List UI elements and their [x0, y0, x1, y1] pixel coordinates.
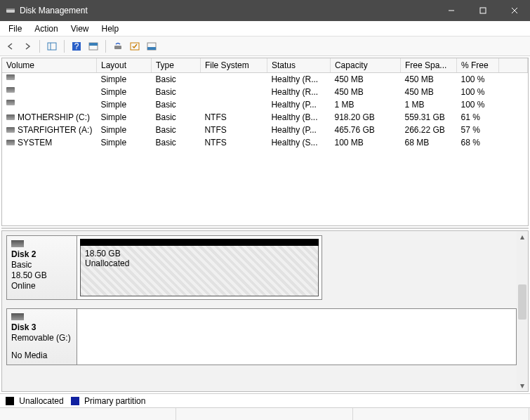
- volume-capacity: 450 MB: [330, 86, 400, 98]
- volume-layout: Simple: [96, 124, 151, 136]
- volume-name: MOTHERSHIP (C:): [18, 112, 90, 122]
- show-hide-tree-button[interactable]: [44, 39, 60, 54]
- table-row[interactable]: SimpleBasicHealthy (R...450 MB450 MB100 …: [2, 86, 528, 98]
- disk-icon: [11, 240, 24, 247]
- volume-layout: Simple: [96, 111, 151, 124]
- volume-free: 1 MB: [400, 98, 456, 111]
- region-cap: [80, 239, 319, 246]
- volume-layout: Simple: [96, 86, 151, 98]
- svg-rect-12: [114, 46, 121, 49]
- volume-free: 450 MB: [400, 86, 456, 98]
- svg-rect-15: [147, 47, 156, 50]
- volume-type: Basic: [151, 136, 200, 149]
- volume-status: Healthy (R...: [267, 73, 330, 86]
- top-view-button[interactable]: [86, 39, 101, 54]
- volume-name: STARFIGHTER (A:): [18, 125, 92, 135]
- table-row[interactable]: MOTHERSHIP (C:)SimpleBasicNTFSHealthy (B…: [2, 111, 528, 124]
- volume-type: Basic: [151, 124, 200, 136]
- volume-status: Healthy (P...: [267, 124, 330, 136]
- volume-type: Basic: [151, 111, 200, 124]
- volume-fs: [200, 98, 267, 111]
- col-filesystem[interactable]: File System: [200, 58, 267, 73]
- table-row[interactable]: STARFIGHTER (A:)SimpleBasicNTFSHealthy (…: [2, 124, 528, 136]
- vertical-scrollbar[interactable]: ▴ ▾: [517, 231, 528, 391]
- volume-layout: Simple: [96, 98, 151, 111]
- col-freespace[interactable]: Free Spa...: [400, 58, 456, 73]
- volume-type: Basic: [151, 98, 200, 111]
- menu-file[interactable]: File: [3, 22, 27, 35]
- volume-layout: Simple: [96, 73, 151, 86]
- back-button[interactable]: [3, 39, 18, 54]
- volume-pctfree: 100 %: [456, 73, 498, 86]
- volume-status: Healthy (R...: [267, 86, 330, 98]
- volume-pctfree: 61 %: [456, 111, 498, 124]
- volume-capacity: 100 MB: [330, 136, 400, 149]
- col-type[interactable]: Type: [151, 58, 200, 73]
- scroll-up-icon[interactable]: ▴: [517, 231, 528, 242]
- disk-label: Disk 3: [11, 322, 72, 332]
- refresh-button[interactable]: [110, 39, 126, 54]
- svg-rect-1: [6, 8, 15, 10]
- app-icon: [6, 6, 15, 15]
- table-row[interactable]: SimpleBasicHealthy (R...450 MB450 MB100 …: [2, 73, 528, 86]
- col-pctfree[interactable]: % Free: [456, 58, 498, 73]
- drive-icon: [6, 127, 15, 133]
- col-volume[interactable]: Volume: [2, 58, 96, 73]
- disk-row[interactable]: Disk 2Basic18.50 GBOnline18.50 GBUnalloc…: [6, 235, 322, 300]
- toolbar-separator: [64, 40, 65, 53]
- disk-body: 18.50 GBUnallocated: [77, 236, 322, 299]
- svg-rect-3: [480, 8, 486, 13]
- forward-button[interactable]: [20, 39, 35, 54]
- disk-row[interactable]: Disk 3Removable (G:)No Media: [6, 308, 517, 365]
- volume-status: Healthy (P...: [267, 98, 330, 111]
- table-row[interactable]: SYSTEMSimpleBasicNTFSHealthy (S...100 MB…: [2, 136, 528, 149]
- volume-capacity: 450 MB: [330, 73, 400, 86]
- help-button[interactable]: ?: [69, 39, 84, 54]
- drive-icon: [6, 87, 15, 93]
- menu-help[interactable]: Help: [96, 22, 125, 35]
- scroll-down-icon[interactable]: ▾: [517, 380, 528, 391]
- toolbar-separator: [105, 40, 106, 53]
- volume-table: Volume Layout Type File System Status Ca…: [2, 58, 528, 149]
- col-status[interactable]: Status: [267, 58, 330, 73]
- status-bar: [0, 407, 530, 420]
- col-layout[interactable]: Layout: [96, 58, 151, 73]
- menu-action[interactable]: Action: [29, 22, 63, 35]
- menu-view[interactable]: View: [65, 22, 95, 35]
- disk-graphical-pane: Disk 2Basic18.50 GBOnline18.50 GBUnalloc…: [1, 230, 529, 392]
- volume-pctfree: 68 %: [456, 136, 498, 149]
- disk-type: Removable (G:): [11, 333, 72, 343]
- close-button[interactable]: [498, 0, 530, 21]
- scroll-track[interactable]: [517, 242, 528, 380]
- legend-bar: Unallocated Primary partition: [0, 393, 530, 407]
- status-cell: [353, 408, 529, 420]
- volume-fs: NTFS: [200, 111, 267, 124]
- toolbar: ?: [0, 37, 530, 56]
- disk-header[interactable]: Disk 2Basic18.50 GBOnline: [7, 236, 77, 299]
- scroll-thumb[interactable]: [518, 284, 526, 320]
- disk-header[interactable]: Disk 3Removable (G:)No Media: [7, 309, 77, 365]
- bottom-view-button[interactable]: [144, 39, 159, 54]
- col-spacer: [498, 58, 527, 73]
- col-capacity[interactable]: Capacity: [330, 58, 400, 73]
- volume-status: Healthy (S...: [267, 136, 330, 149]
- table-row[interactable]: SimpleBasicHealthy (P...1 MB1 MB100 %: [2, 98, 528, 111]
- status-cell: [0, 408, 176, 420]
- volume-list-pane[interactable]: Volume Layout Type File System Status Ca…: [1, 58, 529, 226]
- region-status: Unallocated: [85, 258, 314, 268]
- status-cell: [176, 408, 352, 420]
- volume-capacity: 918.20 GB: [330, 111, 400, 124]
- swatch-primary: [71, 397, 79, 405]
- volume-type: Basic: [151, 73, 200, 86]
- window-controls: [435, 0, 530, 21]
- maximize-button[interactable]: [467, 0, 498, 21]
- minimize-button[interactable]: [435, 0, 467, 21]
- drive-icon: [6, 74, 15, 80]
- region-unallocated[interactable]: 18.50 GBUnallocated: [80, 246, 319, 296]
- disk-state: Online: [11, 281, 72, 291]
- title-bar: Disk Management: [0, 0, 530, 21]
- pane-splitter[interactable]: [1, 228, 529, 229]
- rescan-button[interactable]: [127, 39, 143, 54]
- swatch-unallocated: [6, 397, 14, 405]
- volume-fs: [200, 73, 267, 86]
